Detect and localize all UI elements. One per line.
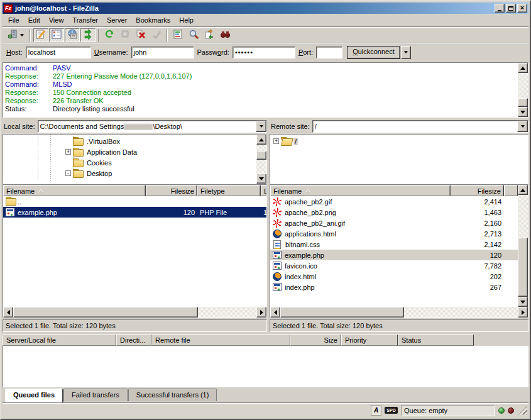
title-bar[interactable]: Fz john@localhost - FileZilla × xyxy=(3,3,528,14)
local-site-combo[interactable]: C:\Documents and Settings\Desktop\ xyxy=(38,120,267,133)
scroll-thumb[interactable] xyxy=(13,307,198,318)
disconnect-button[interactable] xyxy=(149,28,164,42)
username-input[interactable]: john xyxy=(131,47,194,58)
remote-site-dropdown-button[interactable] xyxy=(517,121,528,132)
remote-file-row[interactable]: index.html 202 xyxy=(270,271,518,282)
local-tree-item[interactable]: + Application Data xyxy=(3,146,256,157)
refresh-button[interactable] xyxy=(102,28,117,42)
remote-file-row[interactable]: apache_pb2_ani.gif 2,160 xyxy=(270,218,518,228)
scroll-track[interactable] xyxy=(518,73,528,107)
remote-file-row[interactable]: bitnami.css 2,142 xyxy=(270,239,518,250)
local-file-row[interactable]: .. xyxy=(3,196,266,207)
resize-grip[interactable] xyxy=(518,406,527,415)
find-files-button[interactable] xyxy=(217,28,233,42)
scroll-track[interactable] xyxy=(518,195,528,297)
scroll-down-button[interactable] xyxy=(518,297,528,307)
column-header-filesize[interactable]: Filesize xyxy=(451,185,504,196)
menu-item[interactable]: Server xyxy=(102,15,131,25)
remote-file-row[interactable]: applications.html 2,713 xyxy=(270,228,518,239)
column-header-filesize[interactable]: Filesize xyxy=(146,185,197,196)
tree-expander-icon[interactable]: + xyxy=(65,149,71,155)
scroll-down-button[interactable] xyxy=(256,174,266,184)
remote-file-row[interactable]: apache_pb2.gif 2,414 xyxy=(270,196,518,207)
toggle-log-view-button[interactable] xyxy=(33,28,48,42)
queue-column-header[interactable]: Priority xyxy=(341,334,398,346)
column-header-filetype[interactable]: Filetype xyxy=(197,185,261,196)
chevron-down-icon xyxy=(260,125,263,128)
menu-item[interactable]: File xyxy=(4,15,24,25)
scroll-right-button[interactable] xyxy=(518,307,528,318)
queue-body[interactable] xyxy=(3,346,528,387)
log-scrollbar[interactable] xyxy=(518,63,528,117)
local-tree-item[interactable]: .VirtualBox xyxy=(3,136,256,146)
tree-expander-icon[interactable]: - xyxy=(65,170,71,176)
scroll-right-button[interactable] xyxy=(256,307,266,318)
transfer-type-indicator-icon[interactable]: A xyxy=(371,405,381,416)
scroll-left-button[interactable] xyxy=(3,307,13,318)
local-file-row[interactable]: example.php 120 PHP File 1 xyxy=(3,207,266,218)
menu-item[interactable]: Bookmarks xyxy=(131,15,175,25)
scroll-left-button[interactable] xyxy=(270,307,280,318)
queue-column-header[interactable]: Remote file xyxy=(151,334,290,346)
menu-item[interactable]: View xyxy=(45,15,68,25)
remote-file-row[interactable]: index.php 267 xyxy=(270,282,518,292)
local-tree-scrollbar[interactable] xyxy=(256,135,266,184)
host-input[interactable]: localhost xyxy=(26,47,91,58)
process-queue-button[interactable] xyxy=(118,28,133,42)
queue-column-header[interactable]: Server/Local file xyxy=(3,334,116,346)
remote-site-combo[interactable]: / xyxy=(312,120,528,133)
queue-tab[interactable]: Queued files xyxy=(5,389,63,402)
menu-item[interactable]: Edit xyxy=(24,15,45,25)
queue-tab[interactable]: Failed transfers xyxy=(63,389,128,401)
scroll-thumb[interactable] xyxy=(518,238,528,297)
queue-column-header[interactable]: Directi... xyxy=(116,334,151,346)
close-button[interactable]: × xyxy=(517,4,527,13)
scroll-track[interactable] xyxy=(13,307,256,318)
column-header-filename[interactable]: Filename xyxy=(3,185,146,196)
tree-expander-icon[interactable]: + xyxy=(273,138,279,144)
local-list-hscrollbar[interactable] xyxy=(3,307,266,318)
menu-item[interactable]: Transfer xyxy=(68,15,102,25)
window-title: john@localhost - FileZilla xyxy=(15,4,495,12)
password-input[interactable]: •••••• xyxy=(233,47,295,58)
scroll-down-button[interactable] xyxy=(518,107,528,117)
toggle-queue-button[interactable] xyxy=(80,28,96,42)
queue-column-header[interactable]: Status xyxy=(398,334,474,346)
scroll-thumb[interactable] xyxy=(518,98,528,107)
scroll-up-button[interactable] xyxy=(518,63,528,73)
scroll-track[interactable] xyxy=(280,307,518,318)
remote-file-row[interactable]: favicon.ico 7,782 xyxy=(270,260,518,271)
remote-list-hscrollbar[interactable] xyxy=(270,307,528,318)
remote-file-row[interactable]: example.php 120 xyxy=(270,250,518,260)
filter-button[interactable] xyxy=(170,28,185,42)
synchronized-browsing-button[interactable] xyxy=(202,28,217,42)
queue-tab[interactable]: Successful transfers (1) xyxy=(128,389,217,401)
local-tree-item[interactable]: Cookies xyxy=(3,157,256,168)
port-input[interactable] xyxy=(316,47,342,58)
cancel-button[interactable] xyxy=(133,28,148,42)
column-header-lastmodified[interactable]: L xyxy=(261,185,266,196)
remote-list-vscrollbar[interactable] xyxy=(518,185,528,307)
quickconnect-button[interactable]: Quickconnect xyxy=(347,46,400,59)
scroll-track[interactable] xyxy=(256,145,266,174)
maximize-button[interactable] xyxy=(506,4,516,13)
speed-limit-indicator-icon[interactable]: SPD xyxy=(385,407,398,414)
queue-column-header[interactable]: Size xyxy=(290,334,341,346)
quickconnect-dropdown-button[interactable] xyxy=(401,46,411,59)
scroll-up-button[interactable] xyxy=(256,135,266,145)
scroll-up-button[interactable] xyxy=(518,185,528,195)
minimize-button[interactable] xyxy=(495,4,505,13)
toggle-local-tree-button[interactable] xyxy=(49,28,64,42)
column-header-filename[interactable]: Filename xyxy=(270,185,451,196)
scroll-thumb[interactable] xyxy=(256,151,266,160)
menu-item[interactable]: Help xyxy=(175,15,198,25)
log-line-text: 226 Transfer OK xyxy=(53,97,104,105)
remote-tree-item[interactable]: + / xyxy=(270,136,528,146)
local-tree-item[interactable]: - Desktop xyxy=(3,168,256,179)
local-site-dropdown-button[interactable] xyxy=(256,121,266,132)
scroll-thumb[interactable] xyxy=(280,307,404,318)
file-search-button[interactable] xyxy=(186,28,201,42)
remote-file-row[interactable]: apache_pb2.png 1,463 xyxy=(270,207,518,218)
site-manager-button[interactable] xyxy=(6,28,27,42)
toggle-remote-tree-button[interactable] xyxy=(65,28,80,42)
